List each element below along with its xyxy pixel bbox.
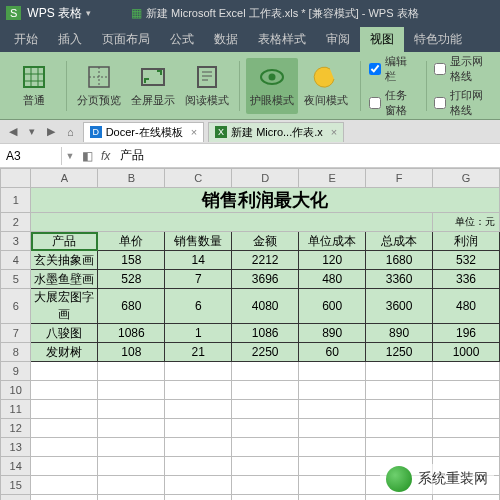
cell-4-4[interactable]: 120 (299, 251, 366, 270)
cell-4-1[interactable]: 158 (98, 251, 165, 270)
cell-empty[interactable] (165, 438, 232, 457)
tab-prev-icon[interactable]: ◀ (6, 125, 20, 138)
ribbon-btn-5[interactable]: 夜间模式 (300, 58, 352, 114)
row-header-14[interactable]: 14 (1, 457, 31, 476)
checkbox[interactable] (434, 63, 446, 75)
chart-icon[interactable]: ◧ (82, 149, 93, 163)
doc-tab-1[interactable]: X新建 Micro...作表.x× (208, 122, 344, 142)
cell-empty[interactable] (98, 438, 165, 457)
col-header-B[interactable]: B (98, 169, 165, 188)
cell-5-2[interactable]: 7 (165, 270, 232, 289)
row-header-4[interactable]: 4 (1, 251, 31, 270)
ribbon-btn-2[interactable]: 全屏显示 (127, 58, 179, 114)
row-header-16[interactable]: 16 (1, 495, 31, 501)
cell-7-5[interactable]: 890 (366, 324, 433, 343)
cell-empty[interactable] (366, 400, 433, 419)
cell-empty[interactable] (98, 457, 165, 476)
doc-tab-0[interactable]: DDocer-在线模板× (83, 122, 204, 142)
checkbox[interactable] (369, 97, 381, 109)
cell-empty[interactable] (299, 438, 366, 457)
menu-tab-2[interactable]: 页面布局 (92, 27, 160, 52)
cell-empty[interactable] (299, 362, 366, 381)
ribbon-btn-1[interactable]: 分页预览 (73, 58, 125, 114)
col-header-G[interactable]: G (433, 169, 500, 188)
cell-6-4[interactable]: 600 (299, 289, 366, 324)
menu-tab-5[interactable]: 审阅 (316, 27, 360, 52)
cell-empty[interactable] (31, 457, 98, 476)
cell-6-6[interactable]: 480 (433, 289, 500, 324)
cell-7-2[interactable]: 1 (165, 324, 232, 343)
cell-5-6[interactable]: 336 (433, 270, 500, 289)
cell-empty[interactable] (98, 400, 165, 419)
cell-empty[interactable] (165, 476, 232, 495)
cell-6-3[interactable]: 4080 (232, 289, 299, 324)
cell-empty[interactable] (232, 495, 299, 501)
cell-empty[interactable] (98, 381, 165, 400)
cell-empty[interactable] (433, 362, 500, 381)
col-header-D[interactable]: D (232, 169, 299, 188)
cell-empty[interactable] (31, 381, 98, 400)
menu-tab-0[interactable]: 开始 (4, 27, 48, 52)
cell-empty[interactable] (31, 419, 98, 438)
cell-empty[interactable] (31, 438, 98, 457)
row-header-7[interactable]: 7 (1, 324, 31, 343)
table-header-6[interactable]: 利润 (433, 232, 500, 251)
cell-5-4[interactable]: 480 (299, 270, 366, 289)
row-header-8[interactable]: 8 (1, 343, 31, 362)
cell-5-0[interactable]: 水墨鱼壁画 (31, 270, 98, 289)
tab-list-icon[interactable]: ▾ (26, 125, 38, 138)
cell-empty[interactable] (31, 476, 98, 495)
sheet-title[interactable]: 销售利润最大化 (31, 188, 500, 213)
cell-7-6[interactable]: 196 (433, 324, 500, 343)
cell-empty[interactable] (433, 438, 500, 457)
cell-empty[interactable] (232, 400, 299, 419)
cell-7-4[interactable]: 890 (299, 324, 366, 343)
cell-empty[interactable] (165, 362, 232, 381)
col-header-A[interactable]: A (31, 169, 98, 188)
col-header-C[interactable]: C (165, 169, 232, 188)
table-header-5[interactable]: 总成本 (366, 232, 433, 251)
cell-empty[interactable] (366, 419, 433, 438)
col-header-F[interactable]: F (366, 169, 433, 188)
tab-next-icon[interactable]: ▶ (44, 125, 58, 138)
cell-empty[interactable] (165, 419, 232, 438)
cell-6-0[interactable]: 大展宏图字画 (31, 289, 98, 324)
cell-empty[interactable] (433, 419, 500, 438)
home-icon[interactable]: ⌂ (64, 126, 77, 138)
close-icon[interactable]: × (331, 126, 337, 138)
checks1-check-0[interactable]: 编辑栏 (369, 54, 418, 84)
cell-empty[interactable] (232, 362, 299, 381)
cell-7-1[interactable]: 1086 (98, 324, 165, 343)
unit-cell[interactable]: 单位：元 (433, 213, 500, 232)
row-header-15[interactable]: 15 (1, 476, 31, 495)
checks1-check-1[interactable]: 任务窗格 (369, 88, 418, 118)
cell-empty[interactable] (299, 400, 366, 419)
table-header-2[interactable]: 销售数量 (165, 232, 232, 251)
cell-empty[interactable] (98, 362, 165, 381)
cell-empty[interactable] (98, 495, 165, 501)
row-header-1[interactable]: 1 (1, 188, 31, 213)
cell-7-3[interactable]: 1086 (232, 324, 299, 343)
app-dropdown-icon[interactable]: ▾ (86, 8, 91, 18)
table-header-0[interactable]: 产品 (31, 232, 98, 251)
cell-8-2[interactable]: 21 (165, 343, 232, 362)
cell-empty[interactable] (366, 438, 433, 457)
cell-4-0[interactable]: 玄关抽象画 (31, 251, 98, 270)
ribbon-btn-0[interactable]: 普通 (8, 58, 60, 114)
cell-4-2[interactable]: 14 (165, 251, 232, 270)
close-icon[interactable]: × (191, 126, 197, 138)
menu-tab-4[interactable]: 数据 (204, 27, 248, 52)
table-header-4[interactable]: 单位成本 (299, 232, 366, 251)
cell-empty[interactable] (232, 476, 299, 495)
cell-8-5[interactable]: 1250 (366, 343, 433, 362)
cell-8-1[interactable]: 108 (98, 343, 165, 362)
menu-tab-6[interactable]: 视图 (360, 27, 404, 52)
cell-empty[interactable] (232, 419, 299, 438)
checkbox[interactable] (369, 63, 381, 75)
cell-5-5[interactable]: 3360 (366, 270, 433, 289)
row-header-11[interactable]: 11 (1, 400, 31, 419)
row-header-9[interactable]: 9 (1, 362, 31, 381)
cell-8-3[interactable]: 2250 (232, 343, 299, 362)
namebox-dropdown-icon[interactable]: ▼ (62, 151, 78, 161)
menu-tab-7[interactable]: 特色功能 (404, 27, 472, 52)
